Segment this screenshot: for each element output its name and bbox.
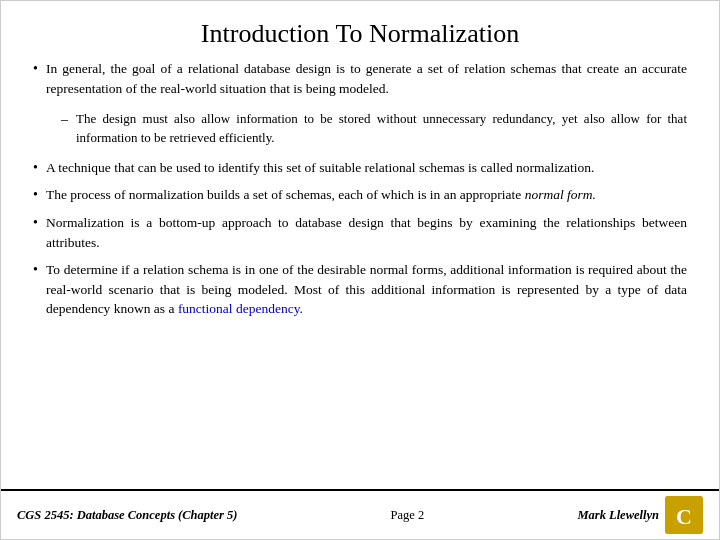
slide-footer: CGS 2545: Database Concepts (Chapter 5) … [1, 489, 719, 539]
bullet-dot-1: • [33, 61, 38, 77]
sub-bullet-1: – The design must also allow information… [61, 110, 687, 148]
slide: Introduction To Normalization • In gener… [0, 0, 720, 540]
footer-right-group: Mark Llewellyn C [577, 496, 703, 534]
sub-text-1: The design must also allow information t… [76, 110, 687, 148]
slide-content: • In general, the goal of a relational d… [1, 59, 719, 489]
bullet-dot-2: • [33, 160, 38, 176]
bullet-text-1: In general, the goal of a relational dat… [46, 59, 687, 98]
bullet-item-2: • A technique that can be used to identi… [33, 158, 687, 178]
bullet-text-2: A technique that can be used to identify… [46, 158, 594, 178]
bullet-item-4: • Normalization is a bottom-up approach … [33, 213, 687, 252]
bullet-dot-3: • [33, 187, 38, 203]
sub-dash-1: – [61, 112, 68, 128]
bullet-text-4: Normalization is a bottom-up approach to… [46, 213, 687, 252]
bullet5-blue: functional dependency. [178, 301, 303, 316]
bullet-item-3: • The process of normalization builds a … [33, 185, 687, 205]
bullet-item-1: • In general, the goal of a relational d… [33, 59, 687, 98]
footer-center: Page 2 [391, 508, 425, 523]
bullet-text-3: The process of normalization builds a se… [46, 185, 596, 205]
ucf-logo-icon: C [665, 496, 703, 534]
svg-text:C: C [676, 504, 692, 529]
bullet-item-5: • To determine if a relation schema is i… [33, 260, 687, 319]
slide-title: Introduction To Normalization [1, 1, 719, 59]
bullet-text-5: To determine if a relation schema is in … [46, 260, 687, 319]
bullet5-text-before: To determine if a relation schema is in … [46, 262, 687, 316]
bullet3-italic: normal form. [525, 187, 596, 202]
footer-right: Mark Llewellyn [577, 508, 659, 523]
footer-left: CGS 2545: Database Concepts (Chapter 5) [17, 508, 238, 523]
bullet3-text-before: The process of normalization builds a se… [46, 187, 525, 202]
bullet-dot-4: • [33, 215, 38, 231]
bullet-dot-5: • [33, 262, 38, 278]
